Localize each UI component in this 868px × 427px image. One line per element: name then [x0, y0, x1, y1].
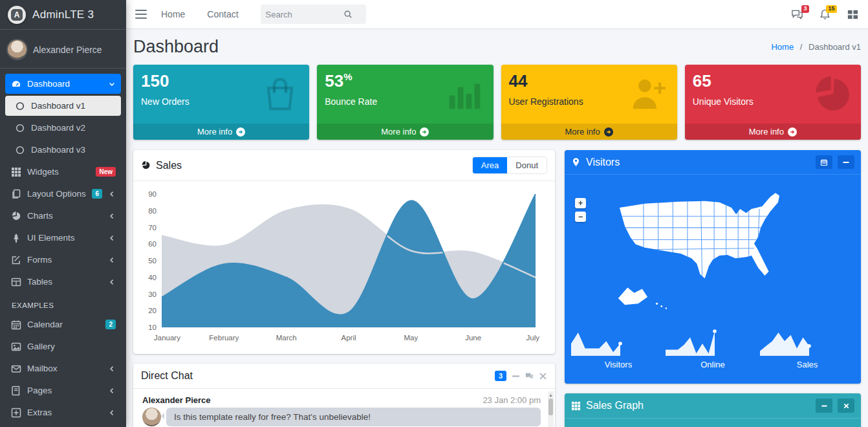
sidebar-item-dashboard-v2[interactable]: Dashboard v2	[5, 118, 121, 138]
sidebar-item-label: Forms	[27, 255, 102, 265]
shopping-bag-icon	[259, 74, 301, 114]
sidebar-item-label: Dashboard	[27, 79, 102, 89]
info-box-unique-visitors: 65 Unique Visitors More info	[685, 65, 861, 140]
sidebar-item-ui-elements[interactable]: UI Elements	[5, 228, 121, 248]
sidebar-item-label: Dashboard v2	[31, 123, 116, 133]
svg-text:70: 70	[148, 224, 157, 232]
sidebar-item-extras[interactable]: Extras	[5, 402, 121, 422]
circle-icon	[14, 144, 25, 155]
map-zoom-out-button[interactable]: −	[575, 212, 586, 222]
notifications-badge: 15	[826, 5, 837, 13]
info-boxes-row: 150 New Orders More info 53% Bounce Rate…	[133, 65, 861, 140]
breadcrumb-home-link[interactable]: Home	[771, 42, 794, 52]
adminlte-logo-icon: A	[8, 6, 26, 24]
svg-text:February: February	[209, 334, 239, 342]
scroll-thumb[interactable]	[548, 399, 553, 415]
tree-icon	[10, 232, 21, 243]
svg-text:80: 80	[148, 207, 157, 215]
sidebar-item-label: Tables	[27, 277, 102, 287]
navbar-link-contact[interactable]: Contact	[207, 9, 238, 19]
user-panel[interactable]: Alexander Pierce	[0, 32, 126, 69]
navbar-right: 3 15	[791, 8, 859, 21]
message-author: Alexander Pierce	[142, 395, 211, 405]
svg-text:50: 50	[148, 257, 157, 265]
area-button[interactable]: Area	[473, 157, 507, 173]
main-area: Home Contact 3 15	[126, 0, 868, 427]
notifications-bell-icon[interactable]: 15	[819, 8, 831, 21]
breadcrumb: Home / Dashboard v1	[771, 42, 861, 52]
sidebar-item-calendar[interactable]: Calendar 2	[5, 314, 121, 334]
new-badge: New	[96, 167, 116, 177]
more-info-link[interactable]: More info	[685, 124, 861, 140]
minimize-icon[interactable]	[512, 372, 520, 380]
sidebar-item-label: Layout Options	[27, 189, 86, 199]
chevron-left-icon	[108, 409, 116, 417]
more-info-link[interactable]: More info	[317, 124, 493, 140]
message-bubble: Is this template really for free? That's…	[166, 408, 541, 426]
info-box-user-registrations: 44 User Registrations More info	[501, 65, 677, 140]
circle-icon	[14, 100, 25, 111]
image-icon	[10, 341, 21, 352]
map-zoom-in-button[interactable]: +	[575, 198, 586, 208]
scroll-up-arrow[interactable]: ▲	[548, 391, 554, 398]
circle-icon	[14, 122, 25, 133]
chat-contacts-icon[interactable]	[525, 372, 534, 380]
messages-icon[interactable]: 3	[791, 8, 803, 21]
sidebar-toggle-icon[interactable]	[135, 10, 147, 19]
usa-map-svg[interactable]	[605, 186, 818, 320]
sidebar-item-widgets[interactable]: Widgets New	[5, 162, 121, 182]
brand-title: AdminLTE 3	[32, 8, 94, 21]
sidebar-item-tables[interactable]: Tables	[5, 272, 121, 292]
chevron-left-icon	[108, 278, 116, 286]
sidebar-item-gallery[interactable]: Gallery	[5, 336, 121, 356]
message-time: 23 Jan 2:00 pm	[483, 395, 541, 405]
pie-chart-icon	[141, 160, 151, 170]
chart-type-switch: Area Donut	[472, 157, 547, 174]
chevron-down-icon	[108, 80, 116, 88]
close-button[interactable]	[838, 399, 854, 413]
navbar-search	[261, 5, 366, 24]
search-icon[interactable]	[343, 10, 353, 19]
donut-button[interactable]: Donut	[507, 157, 547, 173]
more-info-link[interactable]: More info	[501, 124, 677, 140]
chevron-left-icon	[108, 234, 116, 242]
sidebar-item-dashboard[interactable]: Dashboard	[5, 74, 121, 94]
brand[interactable]: A AdminLTE 3	[0, 0, 126, 30]
copy-icon	[10, 188, 21, 199]
minimize-button[interactable]	[838, 155, 854, 169]
content: Dashboard Home / Dashboard v1 150 New Or…	[126, 29, 868, 427]
sales-card-title: Sales	[156, 160, 182, 171]
sidebar-item-layout-options[interactable]: Layout Options 6	[5, 184, 121, 204]
chevron-left-icon	[108, 190, 116, 198]
chat-messages: Alexander Pierce 23 Jan 2:00 pm Is this …	[133, 389, 555, 427]
sidebar-item-pages[interactable]: Pages	[5, 380, 121, 400]
chat-scrollbar[interactable]: ▲	[548, 391, 554, 427]
pie-chart-icon	[10, 210, 21, 221]
grid-icon	[10, 166, 21, 177]
sidebar-item-dashboard-v1[interactable]: Dashboard v1	[5, 96, 121, 116]
svg-text:90: 90	[148, 190, 157, 198]
search-input[interactable]	[266, 10, 343, 19]
arrow-circle-icon	[420, 127, 429, 137]
minimize-button[interactable]	[816, 399, 832, 413]
sidebar-nav: Dashboard Dashboard v1 Dashboard v2 Dash…	[0, 69, 126, 422]
chevron-left-icon	[108, 387, 116, 395]
sidebar-item-forms[interactable]: Forms	[5, 250, 121, 270]
calendar-button[interactable]	[816, 155, 832, 169]
sidebar-item-label: Extras	[27, 408, 102, 417]
user-name: Alexander Pierce	[33, 45, 102, 55]
th-large-icon[interactable]	[847, 8, 859, 21]
breadcrumb-current: Dashboard v1	[808, 42, 861, 52]
navbar-link-home[interactable]: Home	[161, 9, 185, 19]
svg-text:May: May	[404, 334, 418, 342]
svg-text:60: 60	[148, 240, 157, 248]
sidebar-item-dashboard-v3[interactable]: Dashboard v3	[5, 140, 121, 160]
sidebar-item-mailbox[interactable]: Mailbox	[5, 358, 121, 378]
close-icon[interactable]	[539, 372, 547, 380]
user-avatar	[8, 40, 27, 59]
sidebar-item-label: Pages	[27, 386, 102, 395]
sidebar-item-charts[interactable]: Charts	[5, 206, 121, 226]
more-info-link[interactable]: More info	[133, 124, 309, 140]
svg-text:January: January	[154, 334, 180, 342]
chevron-left-icon	[108, 212, 116, 220]
